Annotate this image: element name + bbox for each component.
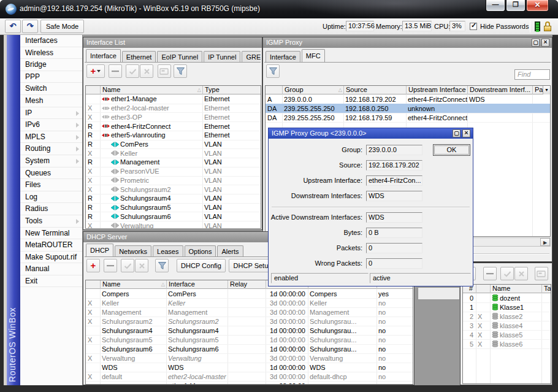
safe-mode-button[interactable]: Safe Mode — [40, 20, 84, 33]
dhcp-tab-alerts[interactable]: Alerts — [217, 245, 243, 257]
interface-list-titlebar[interactable]: Interface List — [83, 37, 262, 48]
igmp-row[interactable]: DA239.255.255.250192.168.179.59ether4-Fr… — [266, 113, 550, 122]
igmp-colheader-flags[interactable] — [266, 86, 282, 94]
queue-row[interactable]: 0dozent — [463, 293, 551, 302]
interface-list-row[interactable]: R Schulungsraum5VLAN — [86, 203, 261, 212]
queue-enable-button[interactable] — [500, 267, 514, 280]
queue-row[interactable]: 1Klasse1 — [463, 302, 551, 312]
sidebar-item-routing[interactable]: Routing — [20, 143, 82, 155]
dhcp-remove-button[interactable] — [104, 259, 117, 272]
queue-row[interactable]: 3Xklasse4 — [463, 321, 551, 330]
dhcp-tab-networks[interactable]: Networks — [115, 245, 151, 257]
dhcp-row[interactable]: XSchulungsraum5Schulungsraum51d 00:00:00… — [86, 335, 413, 344]
dhcp-colheader-interface[interactable]: Interface — [166, 280, 227, 289]
interface-list-row[interactable]: R ManagementVLAN — [86, 158, 261, 167]
close-button[interactable]: ✕ — [526, 0, 549, 12]
dialog-field-value-bytes-[interactable]: 0 B — [366, 228, 422, 238]
sidebar-item-log[interactable]: Log — [20, 191, 82, 204]
dhcp-colheader-flags[interactable] — [86, 280, 100, 289]
dhcp-row[interactable]: WDSWDS1d 00:00:00WDSno — [86, 363, 413, 372]
sidebar-item-ip[interactable]: IP — [20, 107, 82, 120]
dhcp-config-button[interactable]: DHCP Config — [177, 259, 226, 272]
dhcp-colheader-name[interactable]: Name△ — [100, 280, 166, 289]
dhcp-row[interactable]: XSchulungsraum2Schulungsraum23d 00:00:00… — [86, 317, 413, 326]
igmp-tab-mfc[interactable]: MFC — [302, 49, 325, 63]
dialog-maximize-button[interactable]: ▢ — [453, 129, 461, 137]
igmp-row[interactable]: DA239.255.255.250192.168.0.250unknown — [266, 104, 550, 113]
dhcp-tab-leases[interactable]: Leases — [153, 245, 183, 257]
dhcp-disable-button[interactable] — [135, 259, 148, 272]
sidebar-item-bridge[interactable]: Bridge — [20, 59, 82, 71]
sidebar-item-files[interactable]: Files — [20, 179, 82, 191]
queue-colheader-name[interactable]: Name — [490, 285, 541, 293]
interface-list-tab-interface[interactable]: Interface — [86, 49, 121, 63]
dhcp-row[interactable]: CompersComPers1d 00:00:00Compersyes — [86, 289, 413, 298]
igmp-colheader-group[interactable]: Group△ — [282, 86, 343, 94]
enable-button[interactable] — [126, 64, 139, 78]
igmp-proxy-titlebar[interactable]: IGMP Proxy ▢ × — [263, 37, 552, 48]
dhcp-row[interactable]: Schulungsraum4Schulungsraum41d 00:00:00S… — [86, 326, 413, 335]
dialog-field-value-packets-[interactable]: 0 — [366, 243, 422, 253]
sidebar-item-manual[interactable]: Manual — [20, 263, 82, 275]
sidebar-item-metarouter[interactable]: MetaROUTER — [20, 239, 82, 252]
interface-list-tab-ip-tunnel[interactable]: IP Tunnel — [204, 51, 240, 63]
dhcp-tab-options[interactable]: Options — [185, 245, 216, 257]
interface-list-row[interactable]: R Schulungsraum4VLAN — [86, 194, 261, 203]
titlebar[interactable]: admin@192.168.179.254 (MikroTik) - WinBo… — [0, 0, 558, 18]
interface-list-row[interactable]: X KellerVLAN — [86, 148, 261, 158]
interface-list-row[interactable]: ether1-ManageEthernet — [86, 94, 261, 104]
igmp-tab-interface[interactable]: Interface — [266, 51, 300, 63]
dhcp-colheader-relay[interactable]: Relay — [227, 280, 266, 289]
interface-list-row[interactable]: X PrometricVLAN — [86, 176, 261, 185]
dialog-field-value-upstream-interface-[interactable]: ether4-FritzCon... — [366, 175, 422, 186]
dhcp-tab-dhcp[interactable]: DHCP — [86, 244, 113, 257]
dialog-field-value-active-downstream-interfaces-[interactable]: WDS — [366, 212, 422, 223]
scroll-right-arrow[interactable]: ▶ — [540, 238, 550, 246]
column-select-dropdown[interactable]: ▼ — [543, 86, 550, 94]
sidebar-item-ipv6[interactable]: IPv6 — [20, 119, 82, 131]
sidebar-item-make-supout-rif[interactable]: Make Supout.rif — [20, 252, 82, 264]
dhcp-row[interactable]: XKellerKeller3d 00:00:00Kellerno — [86, 298, 413, 307]
sidebar-item-ppp[interactable]: PPP — [20, 71, 82, 83]
filter-button[interactable] — [174, 64, 187, 78]
remove-button[interactable] — [109, 64, 122, 78]
hide-passwords-checkbox[interactable]: ✓ — [470, 23, 477, 30]
dialog-field-value-wrong-packets-[interactable]: 0 — [366, 258, 422, 269]
interface-list-row[interactable]: X ether3-OPEthernet — [86, 112, 261, 121]
sidebar-item-tools[interactable]: Tools — [20, 215, 82, 228]
queue-remove-button[interactable] — [483, 267, 497, 280]
queue-row[interactable]: 4Xklasse5 — [463, 330, 551, 339]
sidebar-item-mpls[interactable]: MPLS — [20, 131, 82, 144]
dhcp-add-button[interactable]: + — [86, 259, 100, 272]
queue-colheader-target[interactable]: Target — [541, 285, 551, 293]
interface-list-tab-ethernet[interactable]: Ethernet — [122, 51, 156, 63]
add-interface-button[interactable]: + — [86, 64, 105, 78]
sidebar-item-queues[interactable]: Queues — [20, 167, 82, 180]
redo-button[interactable]: ↷ — [22, 20, 38, 33]
dhcp-row[interactable]: XManagementManagement3d 00:00:00Manageme… — [86, 307, 413, 317]
dialog-field-value-downstream-interfaces-[interactable]: WDS — [366, 191, 422, 201]
igmp-colheader-source[interactable]: Source — [343, 86, 406, 94]
queue-row[interactable]: 2Xklasse2 — [463, 312, 551, 321]
sidebar-item-interfaces[interactable]: Interfaces — [20, 35, 82, 47]
interface-list-row[interactable]: R Schulungsraum6VLAN — [86, 212, 261, 221]
sidebar-item-wireless[interactable]: Wireless — [20, 47, 82, 60]
interface-list-row[interactable]: X VerwaltungVLAN — [86, 221, 261, 229]
find-input[interactable]: Find — [514, 69, 550, 80]
dhcp-row[interactable]: manageether1-Manage03:00:00manageno — [86, 381, 413, 385]
ok-button[interactable]: OK — [433, 144, 470, 156]
sidebar-item-mesh[interactable]: Mesh — [20, 95, 82, 107]
igmp-colheader-downstream[interactable]: Downstream Interf... — [467, 86, 532, 94]
undo-button[interactable]: ↶ — [5, 20, 21, 33]
queue-row[interactable]: 5Xklasse6 — [463, 339, 551, 348]
igmp-close-button[interactable]: × — [541, 39, 549, 47]
dhcp-row[interactable]: Schulungsraum6Schulungsraum61d 00:00:00S… — [86, 344, 413, 353]
igmp-colheader-upstream[interactable]: Upstream Interface — [406, 86, 467, 94]
sidebar-item-switch[interactable]: Switch — [20, 83, 82, 95]
sidebar-item-exit[interactable]: Exit — [20, 275, 82, 288]
sidebar-item-radius[interactable]: Radius — [20, 203, 82, 215]
interface-list-row[interactable]: X ether2-local-masterEthernet — [86, 104, 261, 113]
sidebar-item-system[interactable]: System — [20, 155, 82, 167]
interface-list-row[interactable]: X PearsonVUEVLAN — [86, 167, 261, 176]
queue-disable-button[interactable] — [514, 267, 528, 280]
